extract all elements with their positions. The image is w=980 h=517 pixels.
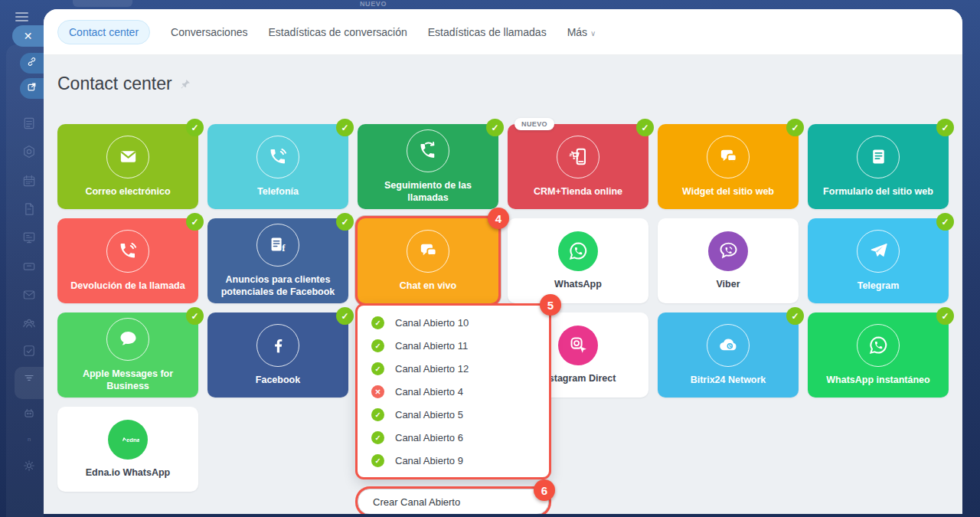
doc-f-icon: f (256, 224, 299, 267)
tab-estadisticas-de-conversacion[interactable]: Estadísticas de conversación (268, 26, 407, 38)
tasks-icon[interactable] (21, 343, 37, 358)
open-channel-item[interactable]: ✓Canal Abierto 10 (358, 311, 549, 334)
tile-label: Formulario del sitio web (817, 185, 939, 198)
tile-label: Facebook (250, 374, 306, 386)
channel-tile-whatsapp-instantaneo[interactable]: ✓WhatsApp instantáneo (808, 312, 949, 398)
open-channel-label: Canal Abierto 10 (395, 317, 469, 329)
menu-icon[interactable] (15, 12, 28, 21)
filter-icon[interactable] (21, 370, 37, 385)
tile-label: Bitrix24 Network (684, 374, 773, 386)
bot-icon[interactable] (21, 406, 37, 421)
phone-waves-icon (256, 136, 299, 178)
users-icon[interactable] (21, 316, 37, 331)
tile-label: Correo electrónico (79, 185, 176, 198)
tile-label: WhatsApp (548, 278, 608, 290)
channel-tile-apple-messages-for-business[interactable]: ✓Apple Messages for Business (57, 312, 198, 398)
tab-mas[interactable]: Más∨ (567, 26, 596, 38)
open-channel-label: Canal Abierto 5 (395, 409, 463, 420)
annotation-badge-4: 4 (488, 208, 509, 229)
edna-icon: edna (108, 420, 148, 460)
external-link-icon (26, 81, 38, 96)
mail-icon[interactable] (21, 287, 37, 303)
channel-tile-telefonia[interactable]: ✓Telefonía (207, 124, 348, 209)
channel-tile-telegram[interactable]: ✓Telegram (808, 218, 949, 303)
tile-label: Edna.io WhatsApp (80, 466, 176, 479)
check-badge-icon: ✓ (786, 307, 804, 325)
open-channel-item[interactable]: ✓Canal Abierto 6 (358, 426, 549, 449)
bubble-icon (106, 318, 149, 361)
channel-tile-widget-del-sitio-web[interactable]: ✓Widget del sitio web (658, 124, 799, 209)
svg-text:f: f (282, 243, 286, 254)
close-button[interactable]: ✕ (12, 25, 44, 47)
document-icon[interactable] (21, 116, 37, 131)
archive-icon[interactable] (21, 259, 37, 274)
chevron-down-icon: ∨ (590, 29, 596, 38)
tile-label: Apple Messages for Business (57, 368, 198, 393)
tile-label: Anuncios para clientes potenciales de Fa… (207, 273, 348, 299)
chat-bubbles-icon (407, 230, 449, 273)
check-badge-icon: ✓ (336, 307, 354, 325)
channel-tile-crm-tienda-online[interactable]: ✓NUEVOCRM+Tienda online (508, 124, 648, 209)
tab-conversaciones[interactable]: Conversaciones (171, 26, 247, 38)
annotation-badge-5: 5 (540, 294, 561, 316)
whatsapp-icon (857, 324, 900, 367)
close-icon: ✕ (24, 30, 33, 42)
channel-tile-viber[interactable]: Viber (658, 218, 799, 303)
open-channel-label: Canal Abierto 11 (395, 340, 468, 352)
open-channel-item[interactable]: ✓Canal Abierto 12 (358, 357, 549, 380)
form-doc-icon (857, 136, 900, 178)
channel-tile-correo-electronico[interactable]: ✓Correo electrónico (57, 124, 198, 209)
letter-n-icon[interactable]: n (21, 431, 37, 447)
channel-tile-chat-en-vivo[interactable]: 4Chat en vivo (358, 218, 498, 303)
viber-icon (708, 231, 748, 271)
open-channel-item[interactable]: ✕Canal Abierto 4 (358, 380, 549, 403)
cloud-clock-icon (707, 324, 750, 367)
pin-icon[interactable] (179, 78, 191, 90)
check-badge-icon: ✓ (186, 307, 204, 325)
phone-arrows-icon (407, 129, 449, 172)
calendar-icon[interactable] (21, 173, 37, 188)
open-channel-label: Canal Abierto 9 (395, 455, 463, 466)
open-channel-label: Canal Abierto 4 (395, 386, 463, 398)
board-icon[interactable] (21, 230, 37, 245)
open-new-tab-button[interactable] (20, 78, 44, 99)
sidebar: ✕ n (0, 0, 44, 517)
channel-tile-bitrix24-network[interactable]: ✓Bitrix24 Network (658, 312, 799, 398)
tile-label: WhatsApp instantáneo (820, 374, 936, 386)
tab-contact-center[interactable]: Contact center (57, 20, 150, 44)
check-circle-icon: ✓ (371, 316, 384, 329)
error-circle-icon: ✕ (371, 385, 384, 398)
check-badge-icon: ✓ (186, 119, 204, 136)
check-circle-icon: ✓ (371, 454, 384, 467)
channel-tile-seguimiento-de-las-llamadas[interactable]: ✓Seguimiento de las llamadas (358, 124, 498, 209)
cart-phone-icon (557, 136, 599, 178)
facebook-f-icon (256, 324, 299, 367)
hexagon-icon[interactable] (21, 144, 37, 159)
svg-text:edna: edna (126, 437, 139, 443)
gear-icon[interactable] (21, 458, 37, 473)
open-channel-item[interactable]: ✓Canal Abierto 9 (358, 449, 549, 472)
channel-tile-facebook[interactable]: ✓Facebook (207, 312, 348, 398)
check-circle-icon: ✓ (371, 339, 384, 352)
copy-link-button[interactable] (20, 53, 44, 74)
check-badge-icon: ✓ (936, 213, 954, 231)
channel-tile-devolucion-de-la-llamada[interactable]: ✓Devolución de la llamada (57, 218, 198, 303)
top-navigation: Contact centerConversacionesEstadísticas… (44, 9, 962, 55)
background-nuevo-label: NUEVO (360, 0, 387, 8)
channel-tile-anuncios-facebook[interactable]: ✓fAnuncios para clientes potenciales de … (207, 218, 348, 303)
channel-tile-edna-io-whatsapp[interactable]: ednaEdna.io WhatsApp (57, 407, 198, 492)
channel-tile-whatsapp[interactable]: WhatsApp (508, 218, 648, 303)
check-badge-icon: ✓ (636, 119, 654, 136)
whatsapp-icon (558, 231, 598, 271)
tile-label: Seguimiento de las llamadas (358, 179, 498, 205)
open-channel-item[interactable]: ✓Canal Abierto 5 (358, 403, 549, 426)
page-icon[interactable] (21, 201, 37, 217)
create-open-channel-button[interactable]: Crear Canal Abierto (358, 489, 549, 514)
tab-estadisticas-de-llamadas[interactable]: Estadísticas de llamadas (428, 26, 547, 38)
annotation-badge-6: 6 (534, 479, 555, 501)
tile-label: Telegram (851, 280, 906, 292)
tile-label: Telefonía (251, 185, 305, 198)
check-badge-icon: ✓ (486, 119, 504, 136)
open-channel-item[interactable]: ✓Canal Abierto 11 (358, 334, 549, 357)
channel-tile-formulario-del-sitio-web[interactable]: ✓Formulario del sitio web (808, 124, 949, 209)
